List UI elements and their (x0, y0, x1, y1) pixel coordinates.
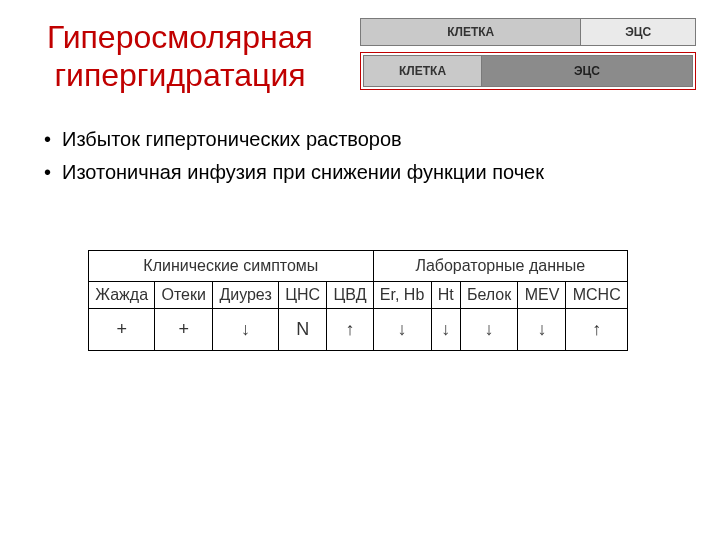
bullet-list: •Избыток гипертонических растворов •Изот… (44, 128, 544, 194)
compartment-diagram: КЛЕТКА ЭЦС КЛЕТКА ЭЦС (360, 18, 696, 90)
col-header: MCHC (566, 282, 628, 309)
diagram-cell-ecs-expanded: ЭЦС (482, 56, 692, 86)
cell-value: ↓ (431, 309, 460, 351)
col-header: Жажда (89, 282, 155, 309)
cell-value: N (279, 309, 327, 351)
bullet-dot-icon: • (44, 161, 62, 184)
col-header: Er, Hb (373, 282, 431, 309)
data-table-wrap: Клинические симптомы Лабораторные данные… (88, 250, 628, 351)
diagram-cell-kletka-shrunk: КЛЕТКА (364, 56, 482, 86)
cell-value: ↑ (566, 309, 628, 351)
bullet-text: Избыток гипертонических растворов (62, 128, 402, 150)
diagram-row-highlighted: КЛЕТКА ЭЦС (360, 52, 696, 90)
col-header: Диурез (213, 282, 279, 309)
bullet-item: •Избыток гипертонических растворов (44, 128, 544, 151)
bullet-item: •Изотоничная инфузия при снижении функци… (44, 161, 544, 184)
diagram-cell-kletka: КЛЕТКА (361, 19, 581, 45)
group-header-clinical: Клинические симптомы (89, 251, 374, 282)
cell-value: ↓ (373, 309, 431, 351)
bullet-dot-icon: • (44, 128, 62, 151)
slide-title: Гиперосмолярная гипергидратация (10, 18, 350, 95)
cell-value: ↓ (213, 309, 279, 351)
table-column-header-row: Жажда Отеки Диурез ЦНС ЦВД Er, Hb Ht Бел… (89, 282, 628, 309)
col-header: Белок (460, 282, 518, 309)
cell-value: ↓ (518, 309, 566, 351)
cell-value: + (89, 309, 155, 351)
cell-value: + (155, 309, 213, 351)
cell-value: ↑ (327, 309, 373, 351)
diagram-cell-ecs: ЭЦС (581, 19, 695, 45)
cell-value: ↓ (460, 309, 518, 351)
bullet-text: Изотоничная инфузия при снижении функции… (62, 161, 544, 183)
title-line2: гипергидратация (54, 57, 305, 93)
col-header: Отеки (155, 282, 213, 309)
diagram-row-normal: КЛЕТКА ЭЦС (360, 18, 696, 46)
col-header: MEV (518, 282, 566, 309)
table-group-header-row: Клинические симптомы Лабораторные данные (89, 251, 628, 282)
table-value-row: + + ↓ N ↑ ↓ ↓ ↓ ↓ ↑ (89, 309, 628, 351)
col-header: ЦНС (279, 282, 327, 309)
title-line1: Гиперосмолярная (47, 19, 313, 55)
col-header: ЦВД (327, 282, 373, 309)
col-header: Ht (431, 282, 460, 309)
data-table: Клинические симптомы Лабораторные данные… (88, 250, 628, 351)
group-header-lab: Лабораторные данные (373, 251, 627, 282)
